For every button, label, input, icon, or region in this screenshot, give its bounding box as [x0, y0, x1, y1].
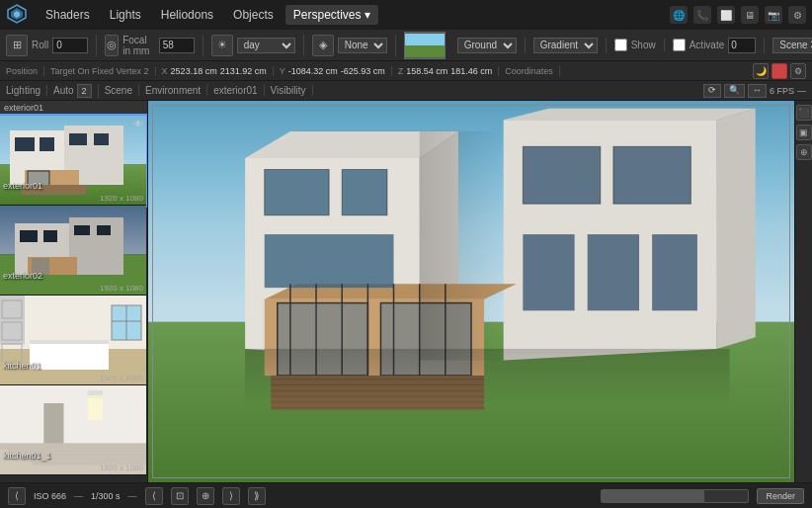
auto-label: Auto: [53, 85, 74, 96]
perspective-name: exterior01: [4, 103, 43, 113]
perspective-thumb-kitchen01-1[interactable]: kitchen01_1 1920 x 1080: [0, 385, 146, 475]
roll-label: Roll: [32, 40, 48, 50]
bb-nav-prev[interactable]: ⟨: [145, 487, 163, 505]
env-preview: [404, 32, 446, 59]
menu-heliodons[interactable]: Heliodons: [153, 5, 221, 25]
right-btn-3[interactable]: ⊕: [796, 144, 812, 160]
right-icons-row2: 🌙 ⚙: [753, 63, 806, 79]
right-icon-moon[interactable]: 🌙: [753, 63, 769, 79]
right-icon-gear2[interactable]: ⚙: [790, 63, 806, 79]
sec-viewport-group: exterior01: [213, 85, 264, 96]
render-button[interactable]: Render: [757, 488, 804, 504]
show-label: Show: [631, 40, 656, 50]
y-section: Y -1084.32 cm -625.93 cm: [280, 66, 392, 76]
day-icon: ☀: [211, 35, 233, 56]
y-label: Y: [280, 66, 285, 76]
z-label: Z: [398, 66, 404, 76]
right-btn-1[interactable]: ⬛: [796, 105, 812, 121]
thumb-size-kitchen01: 1920 x 1080: [100, 374, 143, 382]
toolbar-view-icon[interactable]: ⊞: [6, 35, 28, 56]
x-section: X 2523.18 cm 2131.92 cm: [162, 66, 274, 76]
coordinates-section: Coordinates: [505, 66, 560, 76]
z-section: Z 158.54 cm 181.46 cm: [398, 66, 500, 76]
toolbar-gradient-group: Gradient Solid: [533, 38, 607, 53]
sec-vis-group: Visibility: [271, 85, 313, 96]
app-logo: [6, 3, 34, 27]
none-select[interactable]: None Fog Haze: [338, 38, 387, 53]
activate-checkbox[interactable]: [673, 39, 686, 51]
secondary-toolbar: Lighting Auto 2 Scene Environment exteri…: [0, 81, 812, 101]
menu-icon-camera[interactable]: 📷: [765, 6, 782, 24]
bb-zoom-fit[interactable]: ⊡: [171, 487, 189, 505]
target-header: Target On Fixed Vertex 2: [50, 66, 149, 76]
menu-perspectives[interactable]: Perspectives ▾: [285, 5, 378, 25]
render-progress-bar: [601, 489, 749, 503]
menu-icon-settings[interactable]: ⚙: [788, 6, 806, 24]
roll-input[interactable]: [52, 38, 88, 53]
sec-auto-group: Auto 2: [53, 84, 99, 98]
bb-sep: —: [74, 491, 83, 501]
thumb-eye-icon: 👁: [133, 119, 143, 129]
menu-icon-display[interactable]: 🖥: [741, 6, 759, 24]
bb-nav-end[interactable]: ⟫: [248, 487, 266, 505]
fps-label: 6 FPS: [770, 86, 794, 96]
activate-label: Activate: [690, 40, 725, 50]
y-target: -625.93 cm: [341, 66, 385, 76]
auto-btn[interactable]: 2: [77, 84, 92, 98]
perspective-name-bar: exterior01: [0, 101, 147, 116]
x-target: 2131.92 cm: [220, 66, 267, 76]
toolbar-view-group: ⊞ Roll: [6, 35, 97, 56]
perspective-thumb-exterior02[interactable]: exterior02 1920 x 1080: [0, 206, 146, 296]
perspective-thumb-kitchen01[interactable]: kitchen01 1920 x 1080: [0, 296, 146, 385]
sec-env-group: Environment: [145, 85, 207, 96]
focal-icon: ◎: [105, 35, 119, 56]
toolbar-show-group: Show: [614, 39, 665, 51]
gradient-select[interactable]: Gradient Solid: [533, 38, 598, 53]
thumb-size-kitchen01-1: 1920 x 1080: [100, 464, 143, 472]
perspective-thumb-exterior01[interactable]: 👁 exterior01 1920 x 1080: [0, 116, 146, 206]
position-section: Position: [6, 66, 44, 76]
lighting-label: Lighting: [6, 85, 41, 96]
frame-value: 1/300 s: [91, 491, 121, 501]
right-btn-2[interactable]: ▣: [796, 125, 812, 140]
vp-icon3[interactable]: ↔: [748, 84, 767, 98]
sec-scene-group: Scene: [105, 85, 139, 96]
scene-select[interactable]: Scene 3D Plants Light Scene Only: [772, 38, 812, 53]
vp-icon2[interactable]: 🔍: [724, 84, 745, 98]
menu-icon-phone[interactable]: 📞: [693, 6, 711, 24]
toolbar-focal-group: ◎ Focal in mm: [105, 35, 203, 56]
menu-shaders[interactable]: Shaders: [38, 5, 98, 25]
z-target: 181.46 cm: [450, 66, 492, 76]
thumb-label-kitchen01-1: kitchen01_1: [3, 451, 51, 461]
day-select[interactable]: day night custom: [237, 38, 295, 53]
x-value: 2523.18 cm: [171, 66, 217, 76]
scene-label: Scene: [105, 85, 132, 96]
x-label: X: [162, 66, 168, 76]
viewport-canvas[interactable]: [148, 101, 794, 482]
env-label: Environment: [145, 85, 201, 96]
focal-label: Focal in mm: [122, 35, 155, 56]
menu-right-icons: 🌐 📞 ⬜ 🖥 📷 ⚙: [670, 6, 806, 24]
perspectives-arrow: ▾: [365, 8, 370, 22]
bb-nav-next[interactable]: ⟩: [222, 487, 240, 505]
viewport-label: exterior01: [213, 85, 257, 96]
ground-select[interactable]: Ground Sky Both: [457, 38, 517, 53]
menu-icon-window[interactable]: ⬜: [717, 6, 735, 24]
right-icon-red[interactable]: [771, 63, 787, 79]
bb-zoom-in[interactable]: ⊕: [197, 487, 214, 505]
activate-input[interactable]: [728, 38, 756, 53]
main-content: exterior01 👁 exterior01 1920 x 1080 exte…: [0, 101, 812, 482]
position-bar: Position Target On Fixed Vertex 2 X 2523…: [0, 61, 812, 81]
viewport: [148, 101, 794, 482]
left-panel: exterior01 👁 exterior01 1920 x 1080 exte…: [0, 101, 148, 482]
show-checkbox[interactable]: [614, 39, 627, 51]
z-value: 158.54 cm: [406, 66, 447, 76]
menu-icon-globe[interactable]: 🌐: [670, 6, 688, 24]
zoom-value: ISO 666: [34, 491, 66, 501]
bb-icon-1[interactable]: ⟨: [8, 487, 26, 505]
menu-objects[interactable]: Objects: [225, 5, 282, 25]
vp-icon1[interactable]: ⟳: [703, 84, 721, 98]
focal-input[interactable]: [159, 38, 195, 53]
menu-lights[interactable]: Lights: [102, 5, 149, 25]
vis-label: Visibility: [271, 85, 306, 96]
